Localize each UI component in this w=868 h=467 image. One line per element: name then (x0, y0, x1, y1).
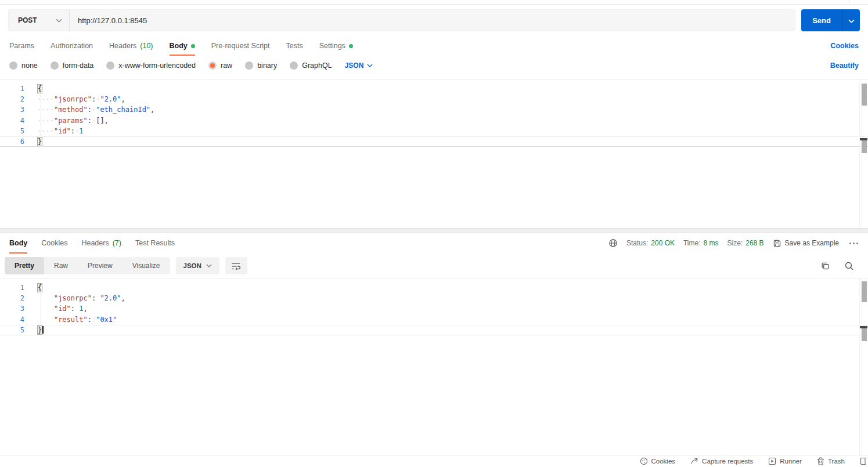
line-number: 1 (0, 84, 30, 94)
scrollbar-thumb[interactable] (862, 281, 867, 302)
chevron-down-icon (848, 16, 855, 25)
network-globe-icon[interactable] (608, 238, 618, 248)
response-tab-body[interactable]: Body (9, 233, 27, 254)
tab-label: Cookies (41, 239, 67, 247)
indent-guide (41, 94, 41, 136)
code-line[interactable]: 4····"params":·[], (0, 115, 868, 126)
beautify-link[interactable]: Beautify (830, 61, 859, 70)
radio-button-icon (9, 61, 17, 70)
footer-cookies-button[interactable]: Cookies (640, 457, 676, 465)
code-line[interactable]: 2····"jsonrpc":·"2.0", (0, 94, 868, 104)
view-preview[interactable]: Preview (78, 257, 123, 274)
view-pretty[interactable]: Pretty (5, 257, 44, 274)
request-editor-scrollbar[interactable] (859, 79, 868, 228)
http-method-label: POST (18, 16, 37, 24)
wrap-lines-icon (231, 262, 241, 270)
cookies-link[interactable]: Cookies (830, 42, 859, 50)
view-raw[interactable]: Raw (44, 257, 78, 274)
send-split-button: Send (801, 9, 860, 31)
request-response-divider[interactable] (0, 229, 868, 233)
line-number: 4 (0, 314, 30, 325)
line-content: ····"method":·"eth_chainId", (30, 104, 154, 115)
request-body-editor[interactable]: 1{2····"jsonrpc":·"2.0",3····"method":·"… (0, 79, 868, 229)
code-line[interactable]: 5····"id":·1 (0, 126, 868, 136)
request-tab-body[interactable]: Body (170, 36, 195, 56)
line-content: "id": 1, (30, 303, 88, 314)
response-language-select[interactable]: JSON (176, 257, 219, 274)
response-editor-scrollbar[interactable] (859, 278, 868, 455)
response-tab-test-results[interactable]: Test Results (135, 233, 175, 254)
view-visualize[interactable]: Visualize (123, 257, 170, 274)
body-type-option-form-data[interactable]: form-data (51, 61, 94, 70)
body-type-option-raw[interactable]: raw (208, 61, 232, 70)
request-tabs: ParamsAuthorizationHeaders(10)BodyPre-re… (9, 36, 353, 56)
request-language-select[interactable]: JSON (345, 61, 373, 70)
scrollbar-thumb[interactable] (862, 84, 867, 106)
postman-request-window: POST http://127.0.0.1:8545 Send ParamsAu… (0, 0, 868, 467)
time-pair: Time: 8 ms (683, 239, 719, 247)
code-line[interactable]: 3····"method":·"eth_chainId", (0, 104, 868, 115)
code-line[interactable]: 4 "result": "0x1" (0, 314, 868, 325)
more-options-icon[interactable] (848, 242, 860, 245)
code-line[interactable]: 2 "jsonrpc": "2.0", (0, 293, 868, 303)
response-body-editor[interactable]: 1{2 "jsonrpc": "2.0",3 "id": 1,4 "result… (0, 278, 868, 455)
method-url-group: POST http://127.0.0.1:8545 (8, 9, 795, 31)
overview-ruler-mark (862, 140, 867, 153)
size-value: 268 B (745, 239, 763, 247)
tab-label: Test Results (135, 239, 175, 247)
footer-capture-requests-button[interactable]: Capture requests (690, 457, 753, 465)
send-options-button[interactable] (842, 9, 860, 31)
body-type-option-graphql[interactable]: GraphQL (290, 61, 332, 70)
wrap-lines-button[interactable] (225, 257, 247, 274)
line-number: 5 (0, 325, 30, 335)
response-view-switcher: PrettyRawPreviewVisualize (5, 257, 170, 274)
url-input[interactable]: http://127.0.0.1:8545 (70, 16, 795, 25)
code-line[interactable]: 6} (0, 136, 868, 147)
code-line[interactable]: 1{ (0, 84, 868, 94)
request-tab-tests[interactable]: Tests (286, 36, 303, 56)
line-content: ····"id":·1 (30, 126, 84, 136)
request-tab-authorization[interactable]: Authorization (51, 36, 93, 56)
copy-response-icon[interactable] (820, 261, 830, 271)
request-tab-settings[interactable]: Settings (319, 36, 353, 56)
footer-runner-button[interactable]: Runner (768, 457, 802, 465)
body-type-option-binary[interactable]: binary (245, 61, 277, 70)
save-icon (773, 239, 781, 248)
request-tab-pre-request-script[interactable]: Pre-request Script (211, 36, 270, 56)
overview-ruler-mark (862, 328, 867, 341)
search-response-icon[interactable] (844, 261, 854, 271)
line-content: "jsonrpc": "2.0", (30, 293, 125, 303)
save-as-example-button[interactable]: Save as Example (773, 239, 839, 248)
chevron-down-icon (56, 19, 62, 23)
http-method-select[interactable]: POST (9, 16, 69, 24)
chevron-down-icon (367, 64, 373, 67)
response-tab-headers[interactable]: Headers(7) (81, 233, 121, 254)
footer-trash-button[interactable]: Trash (817, 457, 845, 465)
tab-label: Params (9, 42, 34, 50)
radio-button-icon (106, 61, 114, 70)
line-content: ····"jsonrpc":·"2.0", (30, 94, 125, 104)
code-line[interactable]: 1{ (0, 283, 868, 293)
code-line[interactable]: 5} (0, 325, 868, 335)
top-strip (0, 0, 868, 5)
line-content: } (30, 136, 42, 147)
request-tab-params[interactable]: Params (9, 36, 34, 56)
radio-button-icon (51, 61, 59, 70)
status-pair: Status: 200 OK (626, 239, 675, 247)
radio-label: binary (257, 61, 277, 70)
time-label: Time: (683, 239, 701, 247)
line-number: 2 (0, 293, 30, 303)
line-content: } (30, 325, 44, 335)
line-content: "result": "0x1" (30, 314, 117, 325)
panel-toggle-button[interactable] (860, 457, 866, 465)
chevron-down-icon (206, 264, 212, 267)
response-toolbar-right (820, 261, 863, 271)
code-line[interactable]: 3 "id": 1, (0, 303, 868, 314)
response-language-label: JSON (183, 262, 201, 269)
request-tab-headers[interactable]: Headers(10) (109, 36, 153, 56)
indent-guide (41, 293, 41, 325)
response-tab-cookies[interactable]: Cookies (41, 233, 67, 254)
send-button[interactable]: Send (801, 9, 842, 31)
body-type-option-x-www-form-urlencoded[interactable]: x-www-form-urlencoded (106, 61, 196, 70)
body-type-option-none[interactable]: none (9, 61, 38, 70)
